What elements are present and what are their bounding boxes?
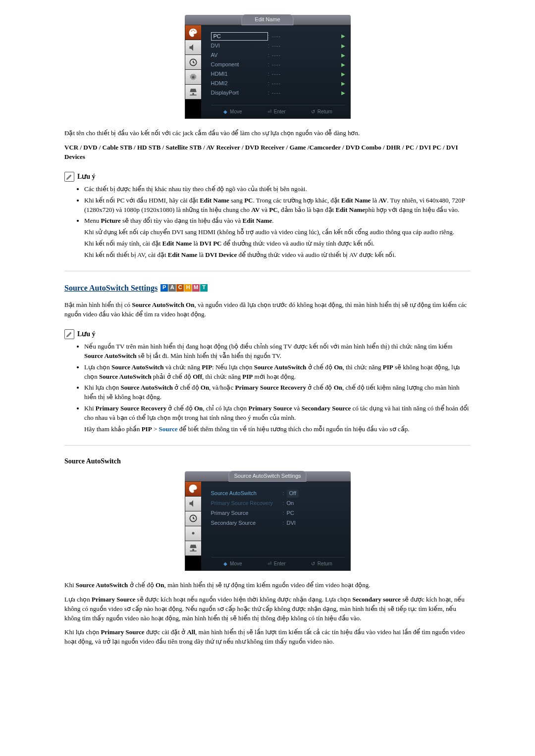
list-item: Khi kết nối PC với đầu HDMI, hãy cài đặt… — [84, 196, 471, 215]
svg-point-2 — [194, 30, 195, 31]
divider — [64, 445, 471, 446]
speaker-icon — [185, 497, 201, 511]
source-row[interactable]: HDMI2: ----▶ — [211, 79, 345, 89]
badge-t: T — [200, 284, 208, 292]
devices-list: VCR / DVD / Cable STB / HD STB / Satelli… — [64, 143, 471, 162]
paragraph: Lựa chọn Primary Source sẽ được kích hoạ… — [64, 595, 471, 623]
list-item: Menu Picture sẽ thay đổi tùy vào dạng tí… — [84, 216, 471, 259]
badge-c: C — [176, 284, 184, 292]
note-list: Nếu nguồn TV trên màn hình hiển thị đang… — [64, 342, 471, 434]
badge-p: P — [160, 284, 168, 292]
panel-footer: ◆Move ⏎Enter ↺Return — [211, 557, 345, 571]
palette-icon — [185, 25, 201, 40]
play-icon: ▶ — [341, 90, 345, 97]
enter-hint: ⏎Enter — [268, 560, 286, 568]
badge-a: A — [168, 284, 176, 292]
source-row[interactable]: DVI: ----▶ — [211, 42, 345, 51]
panel-title: Source AutoSwitch Settings — [228, 471, 306, 482]
speaker-icon — [185, 40, 201, 55]
source-row[interactable]: HDMI1: ----▶ — [211, 70, 345, 79]
section-header: Source AutoSwitch Settings P A C H M T — [64, 282, 471, 294]
clock-icon — [185, 511, 201, 526]
svg-point-0 — [191, 30, 192, 31]
section-title: Source AutoSwitch Settings — [64, 282, 158, 294]
play-icon: ▶ — [341, 52, 345, 59]
divider — [64, 271, 471, 271]
settings-row[interactable]: Primary Source Recovery : On — [211, 499, 345, 508]
settings-row[interactable]: Source AutoSwitch : Off — [211, 489, 345, 499]
pencil-icon — [64, 329, 74, 339]
subsection-title: Source AutoSwitch — [64, 456, 471, 466]
panel-titlebar: Edit Name — [185, 15, 351, 25]
paragraph: Khi lựa chọn Primary Source được cài đặt… — [64, 628, 471, 647]
panel-sidebar — [185, 25, 201, 118]
source-row[interactable]: Component: ----▶ — [211, 60, 345, 70]
play-icon: ▶ — [341, 43, 345, 50]
list-item: Khi Primary Source Recovery ở chế độ On,… — [84, 404, 471, 434]
move-hint: ◆Move — [223, 108, 242, 116]
return-hint: ↺Return — [311, 108, 332, 116]
palette-icon — [185, 482, 201, 497]
note-title: Lưu ý — [77, 329, 96, 339]
list-item: Nếu nguồn TV trên màn hình hiển thị đang… — [84, 342, 471, 361]
pencil-icon — [64, 172, 74, 182]
badge-m: M — [192, 284, 200, 292]
option-off: Off — [287, 490, 299, 498]
panel-main: PC : ---- ▶ DVI: ----▶ AV: ----▶ Compone… — [201, 25, 350, 118]
note-list: Các thiết bị được hiển thị khác nhau tùy… — [64, 185, 471, 260]
source-label: PC — [211, 32, 268, 41]
source-row[interactable]: AV: ----▶ — [211, 51, 345, 60]
settings-row[interactable]: Primary Source : PC — [211, 508, 345, 518]
play-icon: ▶ — [341, 61, 345, 69]
panel-title: Edit Name — [241, 14, 293, 25]
intro-paragraph: Đặt tên cho thiết bị đầu vào kết nối với… — [64, 129, 471, 138]
source-row[interactable]: PC : ---- ▶ — [211, 31, 345, 42]
source-value: ---- — [272, 33, 341, 41]
settings-row[interactable]: Secondary Source : DVI — [211, 518, 345, 528]
panel-sidebar — [185, 482, 201, 570]
note-title: Lưu ý — [77, 172, 96, 182]
panel-footer: ◆Move ⏎Enter ↺Return — [211, 105, 345, 119]
panel-titlebar: Source AutoSwitch Settings — [185, 471, 351, 481]
edit-name-panel: Edit Name — [185, 15, 351, 119]
autoswitch-intro: Bật màn hình hiển thị có Source AutoSwit… — [64, 301, 471, 319]
svg-point-6 — [192, 532, 194, 535]
list-item: Lựa chọn Source AutoSwitch và chức năng … — [84, 363, 471, 382]
return-hint: ↺Return — [311, 560, 332, 568]
source-link[interactable]: Source — [159, 425, 177, 433]
move-hint: ◆Move — [223, 560, 242, 568]
note-block: Lưu ý Các thiết bị được hiển thị khác nh… — [64, 172, 471, 260]
autoswitch-panel: Source AutoSwitch Settings — [185, 471, 351, 571]
badge-h: H — [184, 284, 192, 292]
enter-hint: ⏎Enter — [268, 108, 286, 116]
gear-icon — [185, 526, 201, 541]
input-icon — [185, 85, 201, 100]
play-icon: ▶ — [341, 80, 345, 88]
paragraph: Khi Source AutoSwitch ở chế độ On, màn h… — [64, 581, 471, 590]
badge-group: P A C H M T — [160, 284, 208, 292]
play-icon: ▶ — [341, 33, 345, 40]
source-row[interactable]: DisplayPort: ----▶ — [211, 89, 345, 98]
clock-icon — [185, 55, 201, 70]
list-item: Các thiết bị được hiển thị khác nhau tùy… — [84, 185, 471, 194]
play-icon: ▶ — [341, 71, 345, 78]
gear-icon — [185, 70, 201, 85]
list-item: Khi lựa chọn Source AutoSwitch ở chế độ … — [84, 383, 471, 402]
note-block: Lưu ý Nếu nguồn TV trên màn hình hiển th… — [64, 329, 471, 434]
svg-point-1 — [193, 30, 194, 31]
input-icon — [185, 541, 201, 556]
